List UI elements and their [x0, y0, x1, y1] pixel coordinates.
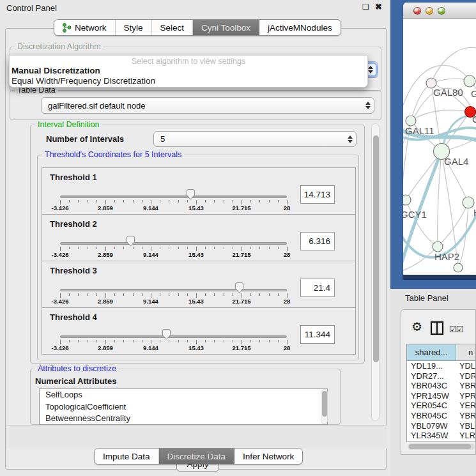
tick-label: 2.859	[98, 251, 113, 258]
tab-network[interactable]: Network	[54, 20, 116, 35]
column-header-shared-name[interactable]: shared...	[407, 344, 456, 360]
num-intervals-value: 5	[160, 134, 165, 144]
numerical-attributes-list[interactable]: SelfLoopsTopologicalCoefficientBetweenne…	[39, 388, 328, 425]
network-node-g[interactable]	[464, 75, 475, 87]
cell-shared-name: YDR27...	[407, 371, 456, 381]
tick-mark	[250, 340, 251, 342]
zoom-traffic-light-icon[interactable]	[438, 7, 445, 15]
close-traffic-light-icon[interactable]	[413, 7, 421, 15]
table-row[interactable]: YDL19...YDL1	[407, 361, 475, 371]
threshold-value-field[interactable]: 21.4	[300, 279, 335, 297]
network-canvas[interactable]: GAL80GCGAL11GAL4GCY1HHAP2	[403, 19, 476, 275]
slider-thumb[interactable]	[186, 189, 196, 200]
num-intervals-combobox[interactable]: 5	[153, 131, 357, 147]
node-table[interactable]: shared... n YDL19...YDL1YDR27...YDR2YBR0…	[406, 344, 476, 442]
tick-mark	[169, 200, 169, 203]
threshold-rows: Threshold 1-3.4262.8599.14415.4321.71528…	[42, 168, 356, 355]
network-node-h[interactable]	[463, 197, 474, 208]
network-node[interactable]	[454, 263, 463, 272]
tab-discretize-data[interactable]: Discretize Data	[159, 449, 235, 464]
network-window-titlebar[interactable]	[403, 3, 476, 19]
slider-thumb[interactable]	[234, 282, 244, 293]
tick-mark	[214, 340, 215, 342]
table-row[interactable]: YBR045CYBR0	[407, 411, 475, 421]
tick-mark	[160, 200, 160, 203]
cell-shared-name: YER054C	[407, 401, 456, 411]
node-label: H	[473, 207, 476, 218]
table-row[interactable]: YPR145WYPR1	[407, 391, 475, 401]
table-row[interactable]: YER054CYER0	[407, 401, 475, 411]
threshold-value-field[interactable]: 6.316	[300, 232, 335, 250]
tab-style[interactable]: Style	[116, 20, 152, 35]
popup-item-manual-discretization[interactable]: Manual Discretization	[10, 66, 367, 76]
cell-name: YPR1	[456, 391, 475, 401]
slider-track[interactable]	[60, 196, 287, 198]
tick-mark	[96, 247, 97, 249]
table-row[interactable]: YLR345WYLR3	[407, 431, 475, 441]
list-scrollbar[interactable]	[321, 389, 328, 424]
tick-mark	[214, 200, 215, 203]
tick-mark	[259, 247, 260, 249]
threshold-label: Threshold 1	[50, 173, 97, 182]
checkbox-filter-icons[interactable]: ☑☑	[449, 325, 463, 334]
tick-label: 21.715	[232, 204, 250, 211]
threshold-value-field[interactable]: 11.344	[300, 325, 335, 344]
table-row[interactable]: YBL079WYBL0	[407, 421, 475, 431]
tick-mark	[196, 200, 197, 204]
tick-mark	[205, 340, 206, 342]
tick-mark	[178, 247, 179, 249]
tick-mark	[233, 200, 233, 203]
tick-mark	[88, 293, 88, 296]
table-data-combobox-value: galFiltered.sif default node	[48, 101, 145, 111]
list-scrollbar-thumb[interactable]	[322, 391, 327, 417]
slider-track[interactable]	[60, 335, 287, 338]
combo-stepper-icon[interactable]	[365, 102, 371, 109]
combo-stepper-icon[interactable]	[348, 135, 353, 143]
tick-mark	[133, 200, 134, 203]
panel-scrollbar[interactable]	[371, 123, 380, 421]
tick-mark	[278, 200, 279, 203]
tick-mark	[269, 247, 270, 249]
tab-label: Impute Data	[103, 452, 150, 461]
table-row[interactable]: YDR27...YDR2	[407, 371, 475, 381]
tab-infer-network[interactable]: Infer Network	[234, 449, 302, 464]
tick-mark	[214, 293, 215, 296]
minimize-traffic-light-icon[interactable]	[426, 7, 433, 15]
attribute-list-item[interactable]: BetweennessCentrality	[40, 413, 327, 425]
tick-mark	[78, 247, 79, 249]
tick-label: 9.144	[143, 204, 158, 211]
attribute-list-item[interactable]: TopologicalCoefficient	[40, 401, 327, 413]
tick-mark	[205, 247, 206, 249]
gear-icon[interactable]: ⚙	[411, 319, 422, 334]
cell-name: YER0	[456, 401, 475, 411]
network-node-hap2[interactable]	[433, 242, 443, 252]
panel-scrollbar-thumb[interactable]	[373, 135, 379, 362]
float-panel-icon[interactable]: ❏	[362, 3, 369, 12]
tick-mark	[160, 293, 160, 296]
table-row[interactable]: YIL052CYIL0	[407, 441, 475, 442]
tab-select[interactable]: Select	[152, 20, 194, 35]
threshold-value-field[interactable]: 14.713	[300, 185, 335, 204]
tab-jactivemnodules[interactable]: jActiveMNodules	[259, 20, 341, 35]
slider-thumb[interactable]	[126, 236, 135, 247]
threshold-row: Threshold 3-3.4262.8599.14415.4321.71528…	[42, 261, 356, 308]
tab-cyni-toolbox[interactable]: Cyni Toolbox	[193, 20, 259, 35]
tick-mark	[178, 200, 179, 203]
slider-track[interactable]	[60, 242, 287, 245]
tab-impute-data[interactable]: Impute Data	[95, 449, 159, 464]
tick-label: 2.859	[98, 298, 113, 305]
table-row[interactable]: YBR043CYBR0	[407, 381, 475, 391]
network-node-gcy1[interactable]	[403, 195, 411, 205]
slider-track[interactable]	[60, 289, 287, 291]
table-data-combobox[interactable]: galFiltered.sif default node	[41, 97, 374, 114]
column-header-name[interactable]: n	[456, 344, 475, 360]
tick-label: 28	[284, 344, 291, 351]
close-panel-icon[interactable]: ✖	[375, 2, 382, 12]
table-hscrollbar-thumb[interactable]	[409, 444, 471, 449]
network-node-gal11[interactable]	[406, 116, 416, 126]
attribute-list-item[interactable]: SelfLoops	[40, 389, 327, 401]
popup-item-equal-width-frequency[interactable]: Equal Width/Frequency Discretization	[10, 76, 367, 86]
table-horizontal-scrollbar[interactable]	[408, 443, 475, 450]
slider-thumb[interactable]	[162, 329, 171, 340]
column-layout-icon[interactable]	[430, 321, 444, 335]
